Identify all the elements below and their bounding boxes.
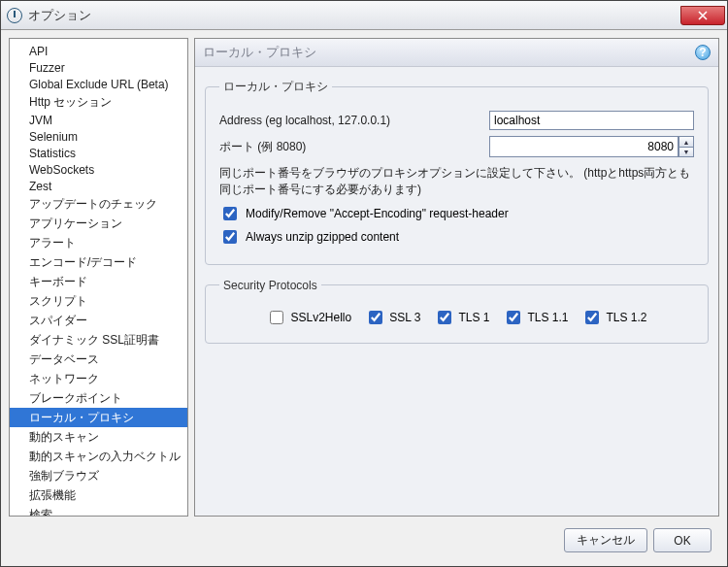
page-title: ローカル・プロキシ [203, 44, 316, 61]
sidebar-item[interactable]: Selenium [10, 128, 187, 145]
protocol-row: SSLv2HelloSSL 3TLS 1TLS 1.1TLS 1.2 [219, 302, 694, 329]
security-protocols-group: Security Protocols SSLv2HelloSSL 3TLS 1T… [205, 279, 709, 344]
main-header: ローカル・プロキシ ? [195, 39, 718, 67]
titlebar[interactable]: オプション [1, 1, 727, 30]
port-up-button[interactable]: ▲ [678, 136, 694, 147]
sidebar-item[interactable]: Global Exclude URL (Beta) [10, 76, 187, 92]
sidebar-item[interactable]: Statistics [10, 145, 187, 161]
sidebar-item[interactable]: ブレークポイント [10, 388, 187, 408]
port-label: ポート (例 8080) [219, 139, 481, 155]
local-proxy-group: ローカル・プロキシ Address (eg localhost, 127.0.0… [205, 79, 709, 265]
protocol-checkbox[interactable] [369, 311, 382, 324]
options-sidebar[interactable]: APIFuzzerGlobal Exclude URL (Beta)Http セ… [9, 38, 188, 517]
footer: キャンセル OK [9, 522, 719, 558]
sidebar-item[interactable]: キーボード [10, 272, 187, 291]
security-protocols-legend: Security Protocols [219, 279, 321, 292]
chk-unzip-row: Always unzip gzipped content [219, 227, 694, 247]
modify-encoding-label: Modify/Remove "Accept-Encoding" request-… [246, 207, 509, 220]
address-input[interactable] [489, 111, 694, 130]
unzip-checkbox[interactable] [223, 230, 237, 244]
sidebar-item[interactable]: Http セッション [10, 92, 187, 112]
sidebar-item[interactable]: アプリケーション [10, 214, 187, 233]
port-spinner: ▲ ▼ [489, 136, 694, 157]
sidebar-item[interactable]: 動的スキャンの入力ベクトル [10, 447, 187, 466]
protocol-item: SSL 3 [365, 308, 420, 327]
sidebar-item[interactable]: ダイナミック SSL証明書 [10, 330, 187, 350]
sidebar-item[interactable]: Fuzzer [10, 59, 187, 76]
sidebar-item[interactable]: JVM [10, 112, 187, 128]
port-note: 同じポート番号をブラウザのプロキシオプションに設定して下さい。 (httpとht… [219, 165, 694, 198]
sidebar-item[interactable]: エンコード/デコード [10, 252, 187, 272]
zap-icon [7, 8, 22, 23]
protocol-label: TLS 1 [458, 311, 489, 324]
sidebar-item[interactable]: ネットワーク [10, 369, 187, 388]
protocol-label: SSLv2Hello [290, 311, 351, 324]
chk-modify-row: Modify/Remove "Accept-Encoding" request-… [219, 204, 694, 223]
local-proxy-legend: ローカル・プロキシ [219, 79, 332, 95]
protocol-item: TLS 1.2 [581, 308, 646, 327]
sidebar-item[interactable]: Zest [10, 178, 187, 194]
sidebar-item[interactable]: 検索 [10, 505, 187, 517]
address-label: Address (eg localhost, 127.0.0.1) [219, 114, 481, 127]
sidebar-item[interactable]: WebSockets [10, 161, 187, 178]
unzip-label: Always unzip gzipped content [246, 230, 399, 244]
sidebar-item[interactable]: API [10, 43, 187, 59]
spinner-buttons: ▲ ▼ [678, 136, 694, 157]
protocol-item: TLS 1.1 [503, 308, 568, 327]
sidebar-item[interactable]: ローカル・プロキシ [10, 408, 187, 427]
sidebar-item[interactable]: スパイダー [10, 311, 187, 330]
protocol-label: TLS 1.2 [606, 311, 646, 324]
modify-encoding-checkbox[interactable] [223, 207, 237, 220]
options-dialog: オプション APIFuzzerGlobal Exclude URL (Beta)… [0, 0, 728, 567]
client-area: APIFuzzerGlobal Exclude URL (Beta)Http セ… [1, 30, 727, 566]
cancel-button[interactable]: キャンセル [564, 528, 647, 552]
address-row: Address (eg localhost, 127.0.0.1) [219, 111, 694, 130]
sidebar-item[interactable]: アップデートのチェック [10, 194, 187, 214]
sidebar-item[interactable]: アラート [10, 233, 187, 252]
protocol-checkbox[interactable] [438, 311, 451, 324]
ok-button[interactable]: OK [653, 528, 711, 552]
sidebar-item[interactable]: スクリプト [10, 291, 187, 311]
sidebar-item[interactable]: 拡張機能 [10, 485, 187, 505]
protocol-checkbox[interactable] [507, 311, 520, 324]
window-title: オプション [28, 7, 91, 24]
close-icon [698, 11, 708, 20]
close-button[interactable] [680, 6, 725, 25]
panels: APIFuzzerGlobal Exclude URL (Beta)Http セ… [9, 38, 719, 517]
protocol-item: SSLv2Hello [266, 308, 351, 327]
main-body: ローカル・プロキシ Address (eg localhost, 127.0.0… [195, 67, 718, 516]
port-row: ポート (例 8080) ▲ ▼ [219, 136, 694, 157]
protocol-label: SSL 3 [389, 311, 420, 324]
port-input[interactable] [489, 136, 678, 157]
protocol-item: TLS 1 [434, 308, 489, 327]
protocol-label: TLS 1.1 [527, 311, 568, 324]
main-panel: ローカル・プロキシ ? ローカル・プロキシ Address (eg localh… [194, 38, 719, 517]
sidebar-item[interactable]: 強制ブラウズ [10, 466, 187, 485]
sidebar-item[interactable]: データベース [10, 350, 187, 369]
protocol-checkbox[interactable] [585, 311, 599, 324]
protocol-checkbox[interactable] [270, 311, 283, 324]
help-button[interactable]: ? [695, 45, 711, 60]
port-down-button[interactable]: ▼ [678, 147, 694, 157]
help-icon: ? [699, 46, 706, 59]
sidebar-item[interactable]: 動的スキャン [10, 427, 187, 447]
